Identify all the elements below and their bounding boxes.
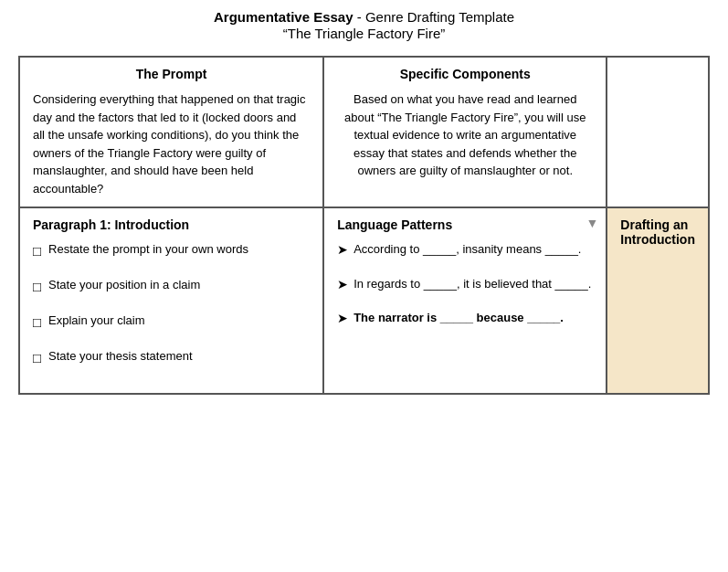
paragraph-list-item: □Restate the prompt in your own words xyxy=(33,241,310,260)
language-cell: ▼ Language Patterns ➤According to _____,… xyxy=(323,207,607,394)
checkbox-icon: □ xyxy=(33,241,41,260)
drafting-cell: Drafting an Introduction xyxy=(607,207,709,394)
checkbox-icon: □ xyxy=(33,348,41,367)
paragraph-list-item: □Explain your claim xyxy=(33,312,310,332)
paragraph-list-item: □State your thesis statement xyxy=(33,348,310,367)
arrow-icon: ➤ xyxy=(337,241,348,260)
prompt-cell: The Prompt Considering everything that h… xyxy=(19,57,323,207)
paragraph-list-item: □State your position in a claim xyxy=(33,277,310,296)
language-list-item: ➤According to _____, insanity means ____… xyxy=(337,241,593,260)
arrow-icon: ➤ xyxy=(337,310,348,328)
specific-cell: Specific Components Based on what you ha… xyxy=(323,57,607,207)
checkbox-icon: □ xyxy=(33,277,41,296)
title-normal: - Genre Drafting Template xyxy=(353,9,514,25)
specific-header: Specific Components xyxy=(337,67,593,81)
drafting-header: Drafting an Introduction xyxy=(620,217,695,247)
arrow-icon: ➤ xyxy=(337,276,348,294)
title-bold: Argumentative Essay xyxy=(214,9,353,25)
paragraph-header: Paragraph 1: Introduction xyxy=(33,217,310,232)
main-table: The Prompt Considering everything that h… xyxy=(18,56,710,395)
page-header: Argumentative Essay - Genre Drafting Tem… xyxy=(18,9,710,41)
specific-body: Based on what you have read and learned … xyxy=(337,90,593,180)
subtitle: “The Triangle Factory Fire” xyxy=(18,26,710,41)
paragraph-list: □Restate the prompt in your own words□St… xyxy=(33,241,310,367)
prompt-header: The Prompt xyxy=(33,67,310,81)
top-row: The Prompt Considering everything that h… xyxy=(19,57,709,207)
bottom-row: Paragraph 1: Introduction □Restate the p… xyxy=(19,207,709,394)
language-list: ➤According to _____, insanity means ____… xyxy=(337,241,593,328)
language-list-item: ➤In regards to _____, it is believed tha… xyxy=(337,276,593,294)
language-header: Language Patterns xyxy=(337,217,593,232)
checkbox-icon: □ xyxy=(33,312,41,332)
language-list-item: ➤The narrator is _____ because _____. xyxy=(337,310,593,328)
prompt-body: Considering everything that happened on … xyxy=(33,90,310,197)
scroll-indicator: ▼ xyxy=(586,216,598,230)
paragraph-cell: Paragraph 1: Introduction □Restate the p… xyxy=(19,207,323,394)
